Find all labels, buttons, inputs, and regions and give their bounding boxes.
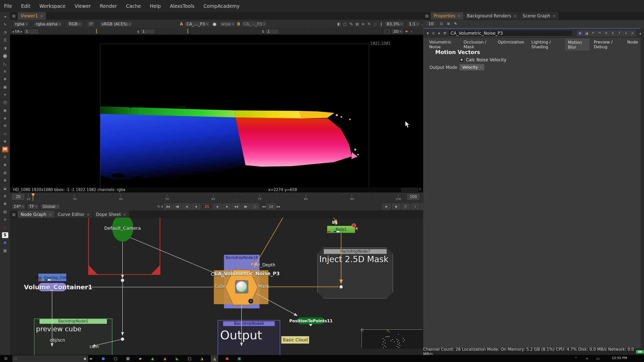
collapse-panel-icon[interactable]: ▼ [426, 32, 430, 35]
fps-select[interactable]: 24*▾ [12, 204, 25, 209]
node-header-button-9[interactable]: × [630, 30, 635, 36]
transform-nodes-icon[interactable]: ✥ [2, 76, 8, 82]
ng-dope-sheet-close-icon[interactable]: × [123, 212, 126, 216]
viewer-lut-select[interactable]: sRGB (ACES)▾ [100, 21, 132, 27]
plugin-brush2-icon[interactable]: ✤ [2, 162, 8, 168]
app-grid-icon[interactable]: ▦ [125, 355, 131, 362]
menu-item-viewer[interactable]: Viewer [74, 3, 91, 9]
calc-noise-velocity-checkbox[interactable]: ✖ [459, 58, 464, 62]
transport-fwd-1-button[interactable]: ▶ [214, 204, 222, 209]
menu-item-compacademy[interactable]: CompAcademy [204, 3, 240, 9]
3d-nodes-icon[interactable]: ▣ [2, 84, 8, 90]
status-expand-icon[interactable]: ▾ [419, 188, 420, 191]
transport-fwd-3-button[interactable]: ▶▮ [232, 204, 240, 209]
goto-node-icon[interactable]: ➤ [437, 31, 441, 35]
node-header-button-5[interactable]: ↻ [603, 30, 609, 36]
transport-fwd-5-button[interactable]: ◯ [251, 204, 259, 209]
ng-curve-editor-close-icon[interactable]: × [87, 212, 90, 216]
start-button-icon[interactable]: ⊞ [3, 355, 9, 362]
node-header-button-4[interactable]: ↷ [597, 30, 603, 36]
histogram-widget[interactable] [401, 188, 418, 192]
node-tab-optimization[interactable]: Optimization [495, 39, 527, 51]
node-graph-minimap[interactable] [360, 328, 423, 349]
node-header-button-1[interactable]: ■ [577, 30, 583, 36]
menu-item-edit[interactable]: Edit [21, 3, 30, 9]
viewer-tool-7-icon[interactable]: ◌ [372, 22, 378, 26]
minimap-corner-handle[interactable] [361, 329, 363, 331]
transport-fwd-2-button[interactable]: ▶ [223, 204, 231, 209]
plugin-globe-icon[interactable]: ◍ [2, 170, 8, 176]
app-pyramid-active-icon[interactable]: ◮ [211, 355, 218, 362]
clear-panels-icon[interactable]: ⊠ [446, 22, 451, 26]
filter-nodes-icon[interactable]: ⬤ [2, 53, 8, 59]
alpha-layer-select[interactable]: rgba.alpha▾ [34, 21, 62, 27]
ng-node-graph-tab[interactable]: Node Graph× [18, 211, 55, 218]
pane-layout-icon[interactable]: ▦ [10, 12, 18, 20]
props-scene-graph-close-icon[interactable]: × [552, 14, 555, 18]
plugin-brush-icon[interactable]: ✣ [2, 154, 8, 160]
range-scope-select[interactable]: Global▾ [41, 204, 60, 209]
search-input[interactable] [18, 356, 82, 361]
node-tab-volumetric-noise[interactable]: Volumetric Noise [427, 39, 459, 51]
app-teal-icon[interactable]: ▣ [236, 355, 243, 362]
render-flag-2-button[interactable]: ▣ [392, 204, 400, 209]
viewer-tool-4-icon[interactable]: ▤ [354, 22, 360, 26]
ng-curve-editor-tab[interactable]: Curve Editor× [55, 211, 93, 218]
taskbar-search[interactable]: ○ ◉ [13, 355, 88, 362]
basic-cloud-node[interactable]: Basic Cloud [281, 336, 309, 344]
cube-stack-icon[interactable]: ▦ [2, 248, 8, 254]
viewer-tool-5-icon[interactable]: ≡ [360, 22, 366, 26]
props-scene-graph-tab[interactable]: Scene Graph× [520, 12, 559, 20]
node-graph-canvas[interactable]: BackdropNode18 BackdropNode7 Inject 2.5D… [10, 218, 423, 355]
app-start-icon[interactable]: ▰ [88, 355, 94, 362]
node-header-button-7[interactable]: ? [617, 30, 622, 36]
tray-volume-icon[interactable]: ▭ [595, 355, 601, 362]
menu-item-cache[interactable]: Cache [126, 3, 141, 9]
gain-next-icon[interactable]: ▶ [21, 30, 23, 33]
jump-back-icon[interactable]: ◀◀ [262, 205, 265, 208]
playhead-flag[interactable] [32, 193, 34, 196]
expand-gizmo-icon[interactable]: + [248, 299, 253, 304]
channel-nodes-icon[interactable]: ☰ [2, 37, 8, 43]
proxy-ratio-select[interactable]: 1:1▾ [407, 21, 420, 27]
current-frame-field[interactable]: 21 [201, 204, 213, 209]
output-mode-dropdown[interactable]: Velocity▾ [459, 64, 485, 71]
menu-item-render[interactable]: Render [100, 3, 117, 9]
view-mode-select[interactable]: 2D▾ [391, 29, 403, 34]
merge-nodes-icon[interactable]: ≋ [2, 69, 8, 74]
tray-network-icon[interactable]: ≈ [584, 355, 590, 362]
display-channels-select[interactable]: RGB▾ [67, 21, 83, 27]
sapphire-icon[interactable]: S [2, 232, 8, 238]
ng-node-graph-close-icon[interactable]: × [49, 212, 52, 216]
menu-item-file[interactable]: File [4, 3, 12, 9]
node-tab-occlusion-mask[interactable]: Occlusion / Mask [461, 39, 493, 51]
gamma-field[interactable]: 1 [140, 29, 155, 34]
drop-icon[interactable]: ◗ [2, 224, 8, 230]
viewer-tool-1-icon[interactable]: ◧ [336, 22, 342, 26]
a-input-select[interactable]: CA_..._P3▾ [184, 21, 210, 27]
props-background-renders-close-icon[interactable]: × [513, 14, 516, 18]
timeline-ruler[interactable]: 2030405060708090100 [28, 193, 419, 201]
app-folder-icon[interactable]: ▰ [137, 355, 144, 362]
node-tab-lighting-shading[interactable]: Lighting / Shading [529, 39, 563, 51]
app-green-tri-icon[interactable]: ▲ [149, 355, 156, 362]
printer-icon[interactable]: ▤ [2, 209, 8, 215]
transport-fwd-4-button[interactable]: ▮▶ [242, 204, 250, 209]
plugin-splat2-icon[interactable]: ✱ [2, 201, 8, 207]
app-orange-tri-icon[interactable]: ▲ [162, 355, 168, 362]
channel-layer-select[interactable]: rgba▾ [13, 21, 29, 27]
wipe-center-button[interactable]: ● [211, 21, 218, 27]
properties-scrollbar[interactable] [641, 28, 644, 348]
lock-panels-icon[interactable]: ⊡ [439, 22, 444, 26]
menu-item-workspace[interactable]: Workspace [39, 3, 66, 9]
wrench-icon[interactable]: ⚒ [443, 31, 447, 35]
keyer-nodes-icon[interactable]: ◺ [2, 61, 8, 67]
plugin-splat3-icon[interactable]: ✢ [2, 217, 8, 222]
node-header-button-8[interactable]: ∂ [623, 30, 629, 36]
render-flag-4-button[interactable]: ⇩ [411, 204, 419, 209]
node-tab-preview-debug[interactable]: Preview / Debug [591, 39, 623, 51]
gamma-hand-icon[interactable]: ☛ [405, 29, 409, 33]
range-start-field[interactable]: 20 [12, 194, 24, 200]
center-node-icon[interactable]: ⊙ [431, 31, 436, 35]
toolsets-icon[interactable]: ⚒ [2, 123, 8, 129]
